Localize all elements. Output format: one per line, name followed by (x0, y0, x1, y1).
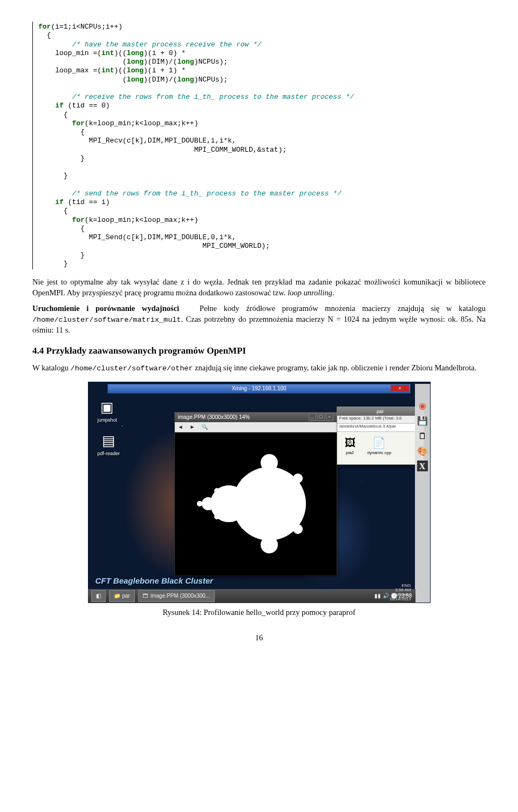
para2a: Pełne kody źródłowe programów mnożenia m… (200, 304, 486, 313)
taskbar[interactable]: ◧ 📁 par 🗔 image.PPM (3000x300... ▮▮ 🔊 🕓 … (88, 589, 415, 603)
path-other: /home/cluster/software/other (71, 364, 193, 373)
file-icon[interactable]: 🖼 pia2 (343, 436, 358, 456)
close-icon[interactable]: × (391, 385, 409, 391)
maximize-icon[interactable]: ▢ (317, 414, 325, 421)
minimize-icon[interactable]: _ (309, 414, 316, 421)
image-viewer-window[interactable]: image.PPM (3000x3000) 14% _ ▢ × ◄ ► 🔍 (174, 412, 337, 575)
para1-text: Nie jest to optymalne aby tak wysyłać da… (32, 278, 486, 297)
menu-next-icon[interactable]: ► (189, 423, 195, 431)
paragraph-3: W katalogu /home/cluster/software/other … (32, 363, 486, 374)
paragraph-2: Uruchomienie i porównanie wydajności Peł… (32, 303, 486, 335)
code-comment: /* send the rows from the i_th_ process … (55, 190, 342, 198)
para3a: W katalogu (32, 363, 71, 372)
menu-zoom-icon[interactable]: 🔍 (201, 423, 208, 431)
desktop-icon-pdfreader[interactable]: ▤ pdf-reader (98, 431, 120, 457)
file-label: dynamic.cpp (367, 450, 392, 456)
file-manager-body: 🖼 pia2 📄 dynamic.cpp (337, 432, 424, 461)
taskbar-label: image.PPM (3000x300... (151, 592, 210, 600)
paragraph-1: Nie jest to optymalne aby tak wysyłać da… (32, 277, 486, 298)
file-icon[interactable]: 📄 dynamic.cpp (367, 436, 392, 456)
app-icon: ▣ (100, 398, 114, 417)
close-icon[interactable]: × (326, 414, 333, 421)
chrome-icon[interactable]: ◉ (417, 400, 428, 411)
system-clock[interactable]: ENG 3:56 AM Monday 10/14/2013 (389, 584, 411, 602)
file-manager-address[interactable]: /andelbrot/Mandelbrot-3.4/par (337, 424, 424, 432)
screenshot-figure: Xming - 192.168.1.100 × ▣ jumpshot ▤ pdf… (88, 382, 431, 603)
save-icon[interactable]: 💾 (417, 415, 428, 426)
taskbar-item[interactable]: 📁 par (109, 590, 135, 602)
file-manager-title[interactable]: par (337, 407, 424, 416)
svg-point-21 (261, 537, 277, 553)
menu-prev-icon[interactable]: ◄ (178, 423, 183, 431)
para3b: znajdują się inne ciekawe programy, taki… (193, 363, 476, 372)
x-icon[interactable]: X (417, 461, 428, 471)
taskbar-label: par (122, 592, 130, 600)
para1-emph: loop unrolling (288, 288, 332, 297)
image-viewer-title-text: image.PPM (3000x3000) 14% (178, 414, 250, 421)
svg-point-19 (197, 501, 202, 506)
mandelbrot-canvas (175, 432, 337, 575)
xming-titlebar[interactable]: Xming - 192.168.1.100 × (107, 384, 411, 394)
code-comment: /* receive the rows from the i_th_ proce… (55, 93, 354, 101)
image-viewer-menubar[interactable]: ◄ ► 🔍 (175, 422, 337, 432)
right-dock: ◉ 💾 🗒 🎨 X (415, 384, 430, 603)
code-block: for(i=1;i<NCPUs;i++) { /* have the maste… (32, 22, 486, 269)
code-comment: /* have the master process receive the r… (55, 40, 261, 49)
readability-icon[interactable]: 🗒 (417, 430, 428, 441)
run-in-heading: Uruchomienie i porównanie wydajności (32, 304, 179, 313)
desktop-icon-jumpshot[interactable]: ▣ jumpshot (98, 398, 118, 423)
taskbar-item[interactable]: 🗔 image.PPM (3000x300... (138, 590, 215, 602)
section-heading: 4.4 Przykłady zaawansowanych programów O… (32, 345, 486, 357)
image-viewer-titlebar[interactable]: image.PPM (3000x3000) 14% _ ▢ × (175, 412, 337, 422)
cpp-file-icon: 📄 (372, 436, 387, 450)
desktop-icon-label: jumpshot (98, 417, 118, 423)
file-manager-toolbar: Free space: 130.2 MB (Total: 3.6 (337, 416, 424, 424)
para1-end: . (332, 288, 335, 297)
overlay-caption: CFT Beaglebone Black Cluster (96, 576, 213, 586)
svg-point-17 (210, 485, 247, 522)
clock-date: 10/14/2013 (389, 597, 411, 601)
figure-caption: Rysunek 14: Profilowanie hello_world prz… (32, 607, 486, 618)
path-matrix-mult: /home/cluster/software/matrix_mult (32, 316, 181, 324)
app-icon: ▤ (102, 431, 115, 450)
palette-icon[interactable]: 🎨 (417, 445, 428, 456)
svg-point-20 (261, 455, 277, 471)
file-label: pia2 (346, 450, 354, 456)
xming-title-text: Xming - 192.168.1.100 (231, 385, 286, 393)
start-button[interactable]: ◧ (91, 590, 106, 602)
svg-point-18 (202, 497, 215, 510)
desktop-icon-label: pdf-reader (98, 450, 120, 457)
page-number: 16 (32, 633, 486, 644)
file-manager-window[interactable]: par Free space: 130.2 MB (Total: 3.6 /an… (337, 407, 424, 465)
image-file-icon: 🖼 (343, 436, 358, 450)
